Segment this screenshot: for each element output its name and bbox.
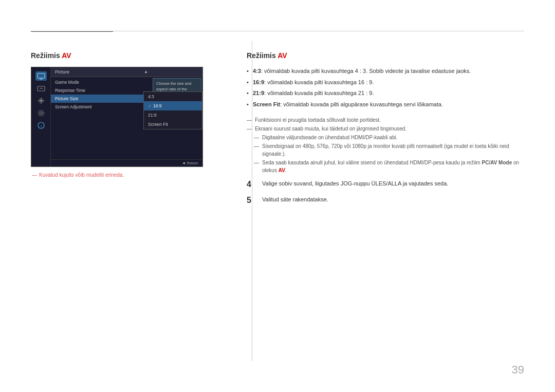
bullet-item-4: Screen Fit: võimaldab kuvada pilti algup… (247, 100, 524, 109)
left-column: Režiimis AV (31, 51, 216, 211)
bullet-3-text: : võimaldab kuvada pilti kuvasuhtega 21 … (264, 90, 374, 96)
monitor-bottom-bar: ◄ Return (51, 159, 202, 166)
monitor-icon-brightness (35, 84, 47, 93)
submenu-item-4x3: 4:3 (144, 92, 202, 101)
return-label: Return (187, 161, 198, 165)
monitor-menu: Game Mode Off Response Time Picture Size (51, 77, 202, 159)
bullet-2-text: : võimaldab kuvada pilti kuvasuhtega 16 … (264, 79, 374, 85)
monitor-mockup: i Picture ▲ Game (31, 67, 203, 167)
step-5-text: Valitud säte rakendatakse. (262, 195, 328, 204)
svg-point-9 (40, 112, 42, 115)
submenu-dropdown: 4:3 ✓ 16:9 21:9 Screen Fit (143, 91, 202, 129)
note-2b-text: Sisendsignaal on 480p, 576p, 720p või 10… (262, 143, 509, 157)
bullet-4-text: : võimaldab kuvada pilti algupärase kuva… (280, 101, 443, 107)
right-title-av: AV (278, 51, 287, 60)
bullet-item-1: 4:3: võimaldab kuvada pilti kuvasuhtega … (247, 67, 524, 76)
note-2b: Sisendsignaal on 480p, 576p, 720p või 10… (247, 142, 524, 158)
monitor-icon-display (35, 71, 47, 81)
note-2c: Seda saab kasutada ainult juhul, kui väl… (247, 159, 524, 174)
left-title-prefix: Režiimis (31, 51, 62, 60)
monitor-sidebar: i (31, 67, 51, 166)
svg-text:i: i (40, 124, 41, 128)
note-1: Funktsiooni ei pruugita toetada sõltuval… (247, 116, 524, 124)
bullet-3-term: 21:9 (253, 90, 264, 96)
steps-area: 4 Valige sobiv suvand, liigutades JOG-nu… (247, 179, 524, 206)
bullet-item-3: 21:9: võimaldab kuvada pilti kuvasuhtega… (247, 89, 524, 98)
caption-text: Kuvatud kujutis võib mudeliti erineda. (39, 172, 124, 178)
note-2a: Digitaalne väljundseade on ühendatud HDM… (247, 134, 524, 141)
note-2a-text: Digitaalne väljundseade on ühendatud HDM… (262, 135, 398, 140)
step-5: 5 Valitud säte rakendatakse. (247, 195, 524, 206)
left-section-title: Režiimis AV (31, 51, 216, 60)
note-2: Ekraani suurust saab muuta, kui täidetud… (247, 125, 524, 133)
submenu-item-16x9: ✓ 16:9 (144, 101, 202, 110)
bullet-2-term: 16:9 (253, 79, 264, 85)
check-icon: ✓ (148, 104, 152, 108)
monitor-header: Picture ▲ (51, 67, 202, 77)
note-2-text: Ekraani suurust saab muuta, kui täidetud… (255, 126, 406, 132)
submenu-item-21x9: 21:9 (144, 110, 202, 120)
note-2c-red: AV (279, 167, 285, 173)
responsetime-label: Response Time (55, 88, 85, 93)
bullet-1-text: : võimaldab kuvada pilti kuvasuhtega 4 :… (261, 68, 471, 74)
notes-block: Funktsiooni ei pruugita toetada sõltuval… (247, 116, 524, 174)
page-container: Režiimis AV (0, 0, 555, 392)
step-4: 4 Valige sobiv suvand, liigutades JOG-nu… (247, 179, 524, 190)
note-2c-text-before: Seda saab kasutada ainult juhul, kui väl… (262, 160, 482, 165)
right-column: Režiimis AV 4:3: võimaldab kuvada pilti … (247, 51, 524, 211)
bullet-4-term: Screen Fit (253, 101, 280, 107)
content-area: Režiimis AV (31, 51, 524, 211)
bullet-item-2: 16:9: võimaldab kuvada pilti kuvasuhtega… (247, 78, 524, 87)
left-title-av: AV (62, 51, 71, 60)
page-number: 39 (512, 363, 524, 377)
svg-point-10 (38, 110, 44, 116)
monitor-header-label: Picture (55, 69, 69, 74)
note-2c-text-end: . (285, 167, 287, 173)
monitor-caption: ―Kuvatud kujutis võib mudeliti erineda. (31, 172, 216, 178)
monitor-content-area: Picture ▲ Game Mode Off Response Time (51, 67, 202, 166)
monitor-return: ◄ Return (182, 161, 198, 165)
svg-rect-0 (38, 73, 45, 78)
step-4-text: Valige sobiv suvand, liigutades JOG-nupp… (262, 179, 448, 189)
note-1-text: Funktsiooni ei pruugita toetada sõltuval… (255, 117, 381, 123)
right-section-title: Režiimis AV (247, 51, 524, 60)
bullet-list: 4:3: võimaldab kuvada pilti kuvasuhtega … (247, 67, 524, 109)
submenu-item-screenfit: Screen Fit (144, 120, 202, 129)
bullet-1-term: 4:3 (253, 68, 261, 74)
monitor-icon-adjust (35, 96, 47, 105)
top-rule (31, 31, 524, 31)
note-2c-bold: PC/AV Mode (482, 160, 512, 165)
gamemode-label: Game Mode (55, 80, 79, 85)
monitor-icon-settings (35, 108, 47, 118)
screenadjust-label: Screen Adjustment (55, 104, 91, 109)
monitor-icon-info: i (35, 121, 47, 130)
picturesize-label: Picture Size (55, 96, 78, 101)
return-arrow-icon: ◄ (182, 161, 186, 165)
